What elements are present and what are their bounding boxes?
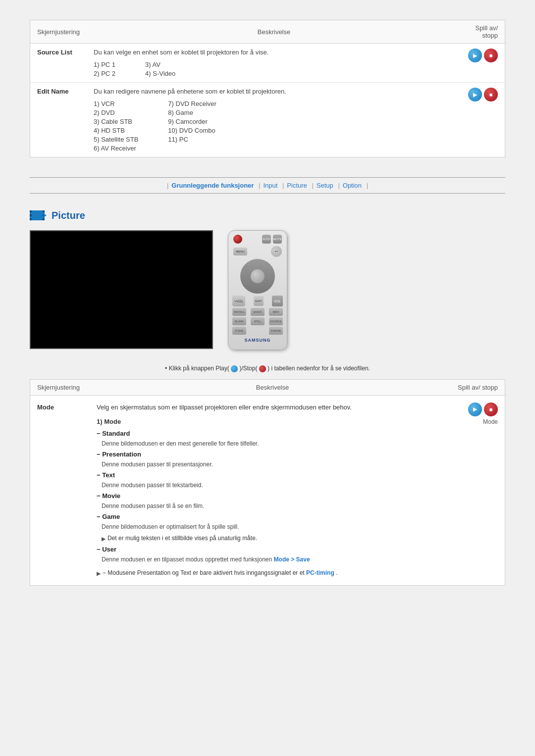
mode-intro: Velg en skjermstatus som er tilpasset pr… <box>97 403 448 413</box>
mode-game-desc: Denne bildemodusen er optimalisert for å… <box>102 522 448 532</box>
remote-menu-button[interactable]: MENU <box>233 248 247 255</box>
mode-user-desc: Denne modusen er en tilpasset modus oppr… <box>102 555 448 564</box>
edit-item-7: 7) DVD Receiver <box>168 100 216 107</box>
edit-play-stop: ▶ ■ <box>468 88 498 101</box>
svg-rect-3 <box>30 218 32 220</box>
remote-auto-mute-area: AUTO MUTE <box>262 235 282 244</box>
mode-standard: − Standard Denne bildemodusen er den mes… <box>97 429 448 449</box>
nav-divider-1: | <box>167 182 168 189</box>
remote-bottom-btns-2: BLANK STILL SOURCE <box>232 317 283 325</box>
source-list-buttons: ▶ ■ <box>461 44 505 83</box>
play-note-text2: )/Stop( <box>239 365 257 372</box>
mode-text: − Text Denne modusen passer til tekstarb… <box>97 470 448 490</box>
edit-play-button[interactable]: ▶ <box>468 88 482 101</box>
bottom-header-adjustment: Skjernjustering <box>37 384 97 391</box>
play-note-text3: ) i tabellen nedenfor for å se videofile… <box>268 365 370 372</box>
arrow-icon-game: ▶ <box>102 535 106 544</box>
page-wrapper: Skjernjustering Beskrivelse Spill av/ st… <box>0 0 535 605</box>
source-play-button[interactable]: ▶ <box>468 49 482 62</box>
mode-final-text: − Modusene Presentation og Text er bare … <box>103 568 337 578</box>
edit-item-9: 9) Camcorder <box>168 118 216 125</box>
remote-vol-area: +VOL EXIT VOL <box>232 296 283 306</box>
header-description: Beskrivelse <box>87 20 461 44</box>
edit-item-1: 1) VCR <box>94 100 138 107</box>
remote-dpad-center-button[interactable] <box>251 269 265 283</box>
header-playStop: Spill av/ stopp <box>461 20 505 44</box>
edit-name-label: Edit Name <box>30 83 87 157</box>
mode-standard-desc: Denne bildemodusen er den mest generelle… <box>102 439 448 449</box>
source-item-4: 4) S-Video <box>145 70 175 77</box>
remote-power-button[interactable] <box>233 235 242 244</box>
edit-item-11: 11) PC <box>168 136 216 143</box>
source-list-items: 1) PC 1 2) PC 2 3) AV 4) S-Video <box>94 61 454 77</box>
remote-auto-button[interactable]: AUTO <box>262 235 271 244</box>
top-table: Skjernjustering Beskrivelse Spill av/ st… <box>30 20 505 157</box>
nav-link-input[interactable]: Input <box>263 182 277 189</box>
picture-content: AUTO MUTE MENU ↩ <box>30 230 505 350</box>
mode-play-button[interactable]: ▶ <box>468 403 482 416</box>
remote-mute-button[interactable]: MUTE <box>273 235 282 244</box>
picture-title: Picture <box>52 210 85 221</box>
samsung-remote: AUTO MUTE MENU ↩ <box>228 230 287 350</box>
remote-source-button[interactable]: SOURCE <box>269 317 283 325</box>
nav-link-picture[interactable]: Picture <box>287 182 307 189</box>
nav-divider-4: | <box>310 182 314 189</box>
source-col2: 3) AV 4) S-Video <box>145 61 175 77</box>
mode-movie-desc: Denne modusen passer til å se en film. <box>102 502 448 511</box>
nav-main-link[interactable]: Grunnleggende funksjoner <box>171 182 254 189</box>
bottom-header-playStop: Spill av/ stopp <box>448 384 498 391</box>
remote-dpad <box>240 259 275 294</box>
remote-return-button[interactable]: ↩ <box>271 246 282 257</box>
mode-standard-title: − Standard <box>97 429 448 439</box>
source-item-3: 3) AV <box>145 61 175 68</box>
source-col1: 1) PC 1 2) PC 2 <box>94 61 115 77</box>
bottom-table-header: Skjernjustering Beskrivelse Spill av/ st… <box>30 380 505 396</box>
remote-vol-button[interactable]: +VOL <box>232 296 245 306</box>
edit-item-6: 6) AV Receiver <box>94 145 138 152</box>
nav-divider-6: | <box>365 182 368 189</box>
edit-col2: 7) DVD Receiver 8) Game 9) Camcorder 10)… <box>168 100 216 152</box>
edit-item-3: 3) Cable STB <box>94 118 138 125</box>
remote-menu-return-row: MENU ↩ <box>233 246 282 257</box>
remote-still-button[interactable]: STILL <box>251 317 265 325</box>
mode-text-title: − Text <box>97 470 448 481</box>
edit-item-2: 2) DVD <box>94 109 138 116</box>
source-list-desc: Du kan velge en enhet som er koblet til … <box>94 49 454 56</box>
mode-play-label: Mode <box>483 418 498 425</box>
nav-link-setup[interactable]: Setup <box>317 182 333 189</box>
mode-presentation: − Presentation Denne modusen passer til … <box>97 450 448 469</box>
edit-stop-button[interactable]: ■ <box>484 88 498 101</box>
mode-section: 1) Mode − Standard Denne bildemodusen er… <box>97 417 448 578</box>
remote-exit-button[interactable]: EXIT <box>254 296 264 306</box>
source-stop-button[interactable]: ■ <box>484 49 498 62</box>
edit-item-5: 5) Satellite STB <box>94 136 138 143</box>
remote-bottom-btns-3: P.SIZE P.MODE <box>232 327 283 335</box>
mode-user-link[interactable]: Mode > Save <box>274 556 310 563</box>
bottom-play-stop-buttons: ▶ ■ <box>468 403 498 416</box>
mode-user-desc-text: Denne modusen er en tilpasset modus oppr… <box>102 556 272 563</box>
remote-install-button[interactable]: INSTALL <box>232 308 246 316</box>
svg-rect-6 <box>43 218 45 220</box>
remote-pmode-button[interactable]: P.MODE <box>269 327 283 335</box>
mode-final-link[interactable]: PC-timing <box>306 569 334 576</box>
remote-blank-button[interactable]: BLANK <box>232 317 246 325</box>
mode-user: − User Denne modusen er en tilpasset mod… <box>97 545 448 564</box>
play-icon-inline <box>231 365 238 372</box>
mode-final-text-2: . <box>336 569 337 576</box>
edit-item-10: 10) DVD Combo <box>168 127 216 134</box>
nav-divider-2: | <box>257 182 260 189</box>
edit-name-buttons: ▶ ■ <box>461 83 505 157</box>
arrow-icon-final: ▶ <box>97 569 101 578</box>
remote-info-button[interactable]: INFO <box>269 308 283 316</box>
picture-icon <box>30 208 48 222</box>
remote-psize-button[interactable]: P.SIZE <box>232 327 246 335</box>
mode-stop-button[interactable]: ■ <box>484 403 498 416</box>
remote-voc-button[interactable]: VOL <box>272 296 283 306</box>
mode-game: − Game Denne bildemodusen er optimaliser… <box>97 512 448 544</box>
nav-link-option[interactable]: Option <box>343 182 362 189</box>
source-list-row: Source List Du kan velge en enhet som er… <box>30 44 505 83</box>
remote-quick-button[interactable]: QUICK <box>251 308 265 316</box>
bottom-row-content: Velg en skjermstatus som er tilpasset pr… <box>97 403 448 578</box>
svg-rect-0 <box>30 210 45 220</box>
svg-rect-4 <box>43 210 45 212</box>
